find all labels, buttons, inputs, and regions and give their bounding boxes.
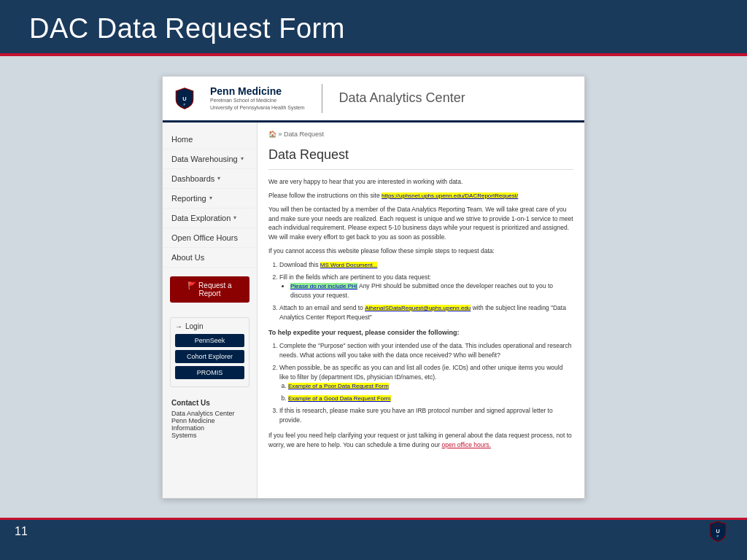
contact-line3: Systems xyxy=(171,432,248,439)
sidebar-item-data-exploration[interactable]: Data Exploration ▾ xyxy=(163,209,257,228)
sidebar-item-about-us[interactable]: About Us xyxy=(163,248,257,268)
sidebar-item-open-office-hours-label: Open Office Hours xyxy=(171,233,238,242)
login-section: → Login PennSeek Cohort Explorer PROMIS xyxy=(170,317,249,387)
good-form-link-item: Example of a Good Data Request Form xyxy=(288,394,573,403)
promis-button[interactable]: PROMIS xyxy=(175,366,244,379)
sidebar-item-dashboards-label: Dashboards xyxy=(171,174,214,183)
expedite-2: When possible, be as specific as you can… xyxy=(279,363,573,404)
expedite-3: If this is research, please make sure yo… xyxy=(279,406,573,425)
slide-title: DAC Data Request Form xyxy=(29,13,718,44)
slide-content: U P Penn Medicine Perelman School of Med… xyxy=(0,56,747,518)
penn-shield-icon: U P xyxy=(174,88,196,109)
step-2-sub: Please do not include PHI Any PHI should… xyxy=(290,281,573,300)
alternate-header: If you cannot access this website please… xyxy=(268,246,573,256)
login-title: → Login xyxy=(175,322,244,330)
ms-word-doc-link[interactable]: MS Word Document... xyxy=(320,262,378,268)
site-link[interactable]: https://uphsnet.uphs.upenn.edu/DACReport… xyxy=(382,192,518,199)
penn-logo-sub: Perelman School of Medicine University o… xyxy=(210,97,305,110)
breadcrumb: 🏠 » Data Request xyxy=(268,130,573,140)
sidebar-item-home[interactable]: Home xyxy=(163,130,257,149)
contact-text: You will then be contacted by a member o… xyxy=(268,205,573,242)
login-icon: → xyxy=(175,322,182,330)
closing-text: If you feel you need help clarifying you… xyxy=(268,431,573,450)
phi-warning-link[interactable]: Please do not include PHI xyxy=(290,283,357,289)
footer-penn-shield-icon: U P xyxy=(703,521,732,542)
email-link[interactable]: AthenaISDataRequest@uphs.upenn.edu xyxy=(365,305,471,311)
chevron-down-icon: ▾ xyxy=(233,214,236,221)
slide-footer: 11 U P xyxy=(0,518,747,543)
sidebar: Home Data Warehousing ▾ Dashboards ▾ Rep… xyxy=(163,122,258,498)
poor-form-link-item: Example of a Poor Data Request Form xyxy=(288,381,573,391)
request-report-icon: 🚩 xyxy=(187,281,198,289)
intro-text: We are very happy to hear that you are i… xyxy=(268,177,573,187)
expedite-1: Complete the "Purpose" section with your… xyxy=(279,341,573,360)
sidebar-item-about-us-label: About Us xyxy=(171,253,204,262)
svg-text:P: P xyxy=(184,103,186,106)
sidebar-item-data-warehousing[interactable]: Data Warehousing ▾ xyxy=(163,149,257,169)
step-1: Download this MS Word Document... xyxy=(279,260,573,270)
expedite-list: Complete the "Purpose" section with your… xyxy=(279,341,573,425)
step-2-phi: Please do not include PHI Any PHI should… xyxy=(290,281,573,300)
contact-section: Contact Us Data Analytics Center Penn Me… xyxy=(163,393,257,445)
svg-text:P: P xyxy=(717,534,719,538)
page-title: Data Request xyxy=(268,145,573,170)
cohort-explorer-button[interactable]: Cohort Explorer xyxy=(175,350,244,363)
browser-window: U P Penn Medicine Perelman School of Med… xyxy=(162,76,585,499)
breadcrumb-separator: » xyxy=(279,131,285,138)
sidebar-item-dashboards[interactable]: Dashboards ▾ xyxy=(163,169,257,189)
penn-logo-text: Penn Medicine xyxy=(210,85,305,97)
chevron-down-icon: ▾ xyxy=(241,155,244,162)
expedite-header: To help expedite your request, please co… xyxy=(268,328,573,338)
good-form-link[interactable]: Example of a Good Data Request Form xyxy=(288,395,391,402)
dac-title: Data Analytics Center xyxy=(339,90,465,106)
page-body: Home Data Warehousing ▾ Dashboards ▾ Rep… xyxy=(163,122,584,498)
chevron-down-icon: ▾ xyxy=(209,195,212,201)
sidebar-item-reporting-label: Reporting xyxy=(171,194,206,203)
sidebar-item-data-exploration-label: Data Exploration xyxy=(171,214,231,222)
breadcrumb-home-icon[interactable]: 🏠 xyxy=(268,131,276,138)
slide-header: DAC Data Request Form xyxy=(0,0,747,56)
sidebar-item-open-office-hours[interactable]: Open Office Hours xyxy=(163,228,257,248)
contact-title: Contact Us xyxy=(171,399,248,407)
penn-header: U P Penn Medicine Perelman School of Med… xyxy=(163,77,584,122)
breadcrumb-current: Data Request xyxy=(284,131,324,138)
expedite-2-links: Example of a Poor Data Request Form Exam… xyxy=(288,381,573,403)
step-3: Attach to an email and send to AthenaISD… xyxy=(279,303,573,322)
pennseek-button[interactable]: PennSeek xyxy=(175,334,244,347)
sidebar-item-reporting[interactable]: Reporting ▾ xyxy=(163,189,257,209)
penn-logo-area: Penn Medicine Perelman School of Medicin… xyxy=(210,85,305,110)
sidebar-item-home-label: Home xyxy=(171,135,193,144)
penn-divider xyxy=(322,84,322,113)
svg-text:U: U xyxy=(182,96,186,102)
open-office-link[interactable]: open office hours. xyxy=(442,441,491,448)
step-2: Fill in the fields which are pertinent t… xyxy=(279,273,573,301)
chevron-down-icon: ▾ xyxy=(217,175,220,182)
poor-form-link[interactable]: Example of a Poor Data Request Form xyxy=(288,383,389,389)
sidebar-item-data-warehousing-label: Data Warehousing xyxy=(171,155,238,163)
svg-text:U: U xyxy=(716,528,719,534)
contact-line1: Data Analytics Center xyxy=(171,410,248,417)
contact-line2: Penn Medicine Information xyxy=(171,417,248,432)
slide-number: 11 xyxy=(15,525,28,538)
steps-list: Download this MS Word Document... Fill i… xyxy=(279,260,573,322)
main-content: 🏠 » Data Request Data Request We are ver… xyxy=(258,122,584,498)
request-report-button[interactable]: 🚩 Request a Report xyxy=(170,276,249,303)
follow-instructions-text: Please follow the instructions on this s… xyxy=(268,191,573,201)
